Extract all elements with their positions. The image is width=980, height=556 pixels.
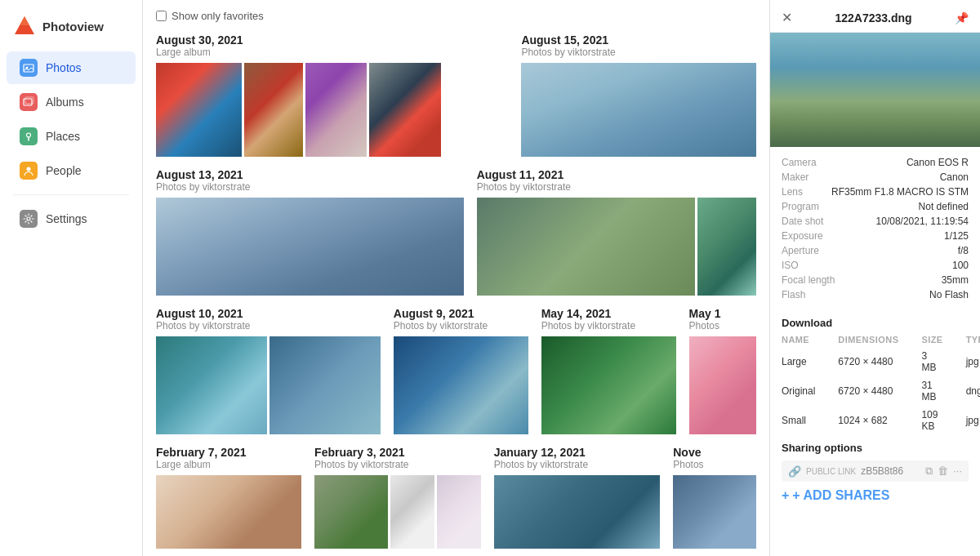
add-shares-button[interactable]: + + ADD SHARES (782, 488, 969, 503)
download-row-large[interactable]: Large 6720 × 4480 3 MB jpg (770, 347, 980, 376)
download-large-type: jpg (955, 347, 980, 376)
section-may14: May 14, 2021 Photos by viktorstrate (541, 307, 676, 434)
more-link-icon[interactable]: ··· (953, 465, 962, 478)
photo-thumb[interactable] (689, 336, 756, 434)
photo-thumb[interactable] (305, 63, 367, 157)
section-aug30-photos (156, 63, 508, 157)
sidebar-item-settings[interactable]: Settings (7, 202, 136, 235)
app-name: Photoview (42, 20, 104, 33)
section-aug9-album: Photos by viktorstrate (394, 320, 528, 331)
photo-thumb[interactable] (156, 475, 301, 549)
section-feb3-photos (314, 475, 481, 549)
photo-thumb[interactable] (437, 475, 481, 549)
meta-program-value: Not defined (919, 201, 969, 212)
photo-thumb[interactable] (477, 198, 695, 296)
section-jan12: January 12, 2021 Photos by viktorstrate (494, 446, 661, 549)
section-may1: May 1 Photos (689, 307, 756, 434)
download-col-dimensions: DIMENSIONS (826, 332, 910, 347)
download-small-name: Small (770, 406, 826, 435)
sidebar-albums-label: Albums (46, 96, 84, 109)
section-aug11-photos (477, 198, 756, 296)
app-logo-icon (13, 15, 36, 38)
add-shares-label: + ADD SHARES (792, 488, 889, 503)
panel-pin-button[interactable]: 📌 (955, 11, 969, 24)
meta-focallength: Focal length 35mm (782, 273, 969, 287)
meta-flash-value: No Flash (929, 289, 969, 300)
main-content: Show only favorites August 30, 2021 Larg… (143, 0, 769, 556)
photo-thumb[interactable] (156, 198, 464, 296)
delete-link-icon[interactable]: 🗑 (938, 465, 948, 478)
photo-thumb[interactable] (314, 475, 388, 549)
photo-thumb[interactable] (394, 336, 528, 434)
photo-thumb[interactable] (673, 475, 756, 549)
svg-marker-1 (20, 16, 29, 25)
meta-camera-label: Camera (782, 157, 817, 168)
section-aug10-date: August 10, 2021 (156, 307, 381, 320)
sidebar-item-people[interactable]: People (7, 154, 136, 187)
meta-camera: Camera Canon EOS R (782, 155, 969, 170)
sidebar-item-places[interactable]: Places (7, 120, 136, 153)
copy-link-icon[interactable]: ⧉ (925, 465, 933, 478)
photo-thumb[interactable] (369, 63, 441, 157)
photo-thumb[interactable] (494, 475, 661, 549)
section-feb3-header: February 3, 2021 Photos by viktorstrate (314, 446, 481, 470)
section-feb3-date: February 3, 2021 (314, 446, 481, 459)
section-aug30-album: Large album (156, 47, 508, 58)
sidebar-divider (13, 194, 129, 195)
download-row-small[interactable]: Small 1024 × 682 109 KB jpg (770, 406, 980, 435)
meta-focallength-label: Focal length (782, 274, 835, 286)
photo-thumb[interactable] (697, 198, 756, 296)
albums-icon (20, 93, 38, 111)
meta-program: Program Not defined (782, 199, 969, 214)
panel-preview-image[interactable] (770, 33, 980, 147)
meta-flash: Flash No Flash (782, 287, 969, 302)
meta-iso-value: 100 (952, 260, 969, 271)
download-original-type: dng (955, 376, 980, 406)
photo-thumb[interactable] (156, 336, 267, 434)
meta-exposure-value: 1/125 (944, 230, 969, 242)
section-feb7: February 7, 2021 Large album (156, 446, 301, 549)
photo-thumb[interactable] (270, 336, 381, 434)
section-aug30-date: August 30, 2021 (156, 33, 508, 47)
sidebar-settings-label: Settings (46, 212, 87, 225)
section-may1-date: May 1 (689, 307, 756, 320)
sidebar-places-label: Places (46, 130, 80, 143)
section-may1-album: Photos (689, 320, 756, 331)
section-aug15-photos (521, 63, 756, 157)
meta-focallength-value: 35mm (942, 274, 969, 286)
sidebar-item-albums[interactable]: Albums (7, 86, 136, 118)
meta-iso-label: ISO (782, 260, 799, 271)
sidebar-photos-label: Photos (46, 61, 82, 74)
section-nov-date: Nove (673, 446, 756, 459)
photo-thumb[interactable] (541, 336, 676, 434)
photo-sections-row-3: August 10, 2021 Photos by viktorstrate A… (156, 307, 756, 434)
section-feb7-album: Large album (156, 459, 301, 470)
section-may1-header: May 1 Photos (689, 307, 756, 331)
meta-aperture-label: Aperture (782, 245, 819, 256)
panel-close-button[interactable]: ✕ (782, 10, 792, 25)
photo-thumb[interactable] (156, 63, 242, 157)
section-jan12-album: Photos by viktorstrate (494, 459, 661, 470)
meta-flash-label: Flash (782, 289, 805, 300)
sidebar-item-photos[interactable]: Photos (7, 51, 136, 84)
places-icon (20, 127, 38, 145)
section-aug15-header: August 15, 2021 Photos by viktorstrate (521, 33, 756, 58)
photo-thumb[interactable] (521, 63, 756, 157)
show-favorites-checkbox[interactable] (156, 11, 167, 21)
section-aug9-header: August 9, 2021 Photos by viktorstrate (394, 307, 528, 331)
download-row-original[interactable]: Original 6720 × 4480 31 MB dng (770, 376, 980, 406)
section-may14-header: May 14, 2021 Photos by viktorstrate (541, 307, 676, 331)
svg-point-7 (27, 167, 31, 171)
download-small-dimensions: 1024 × 682 (826, 406, 910, 435)
section-nov-album: Photos (673, 459, 756, 470)
show-favorites-label[interactable]: Show only favorites (172, 10, 264, 22)
photo-thumb[interactable] (244, 63, 303, 157)
section-aug9-date: August 9, 2021 (394, 307, 528, 320)
download-col-type: TYPE (955, 332, 980, 347)
download-table: NAME DIMENSIONS SIZE TYPE Large 6720 × 4… (770, 332, 980, 435)
meta-lens: Lens RF35mm F1.8 MACRO IS STM (782, 185, 969, 199)
photo-thumb[interactable] (390, 475, 434, 549)
people-icon (20, 162, 38, 180)
section-aug11-header: August 11, 2021 Photos by viktorstrate (477, 168, 756, 193)
meta-iso: ISO 100 (782, 258, 969, 273)
